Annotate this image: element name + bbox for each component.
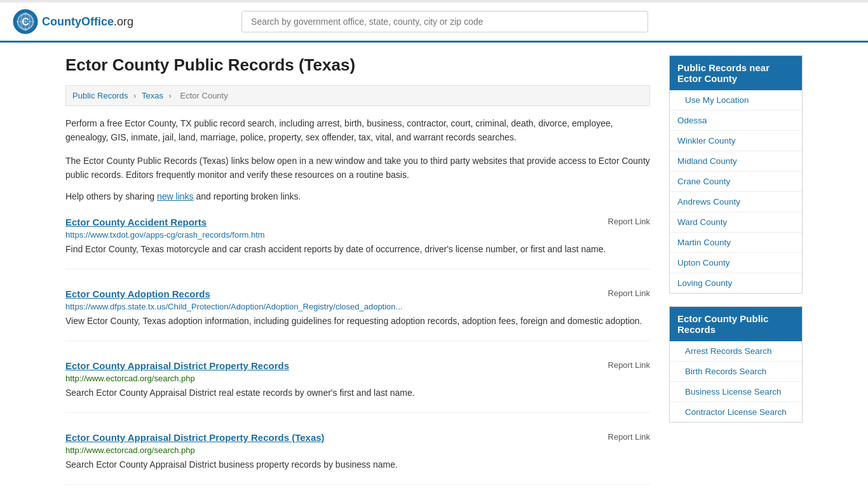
nearby-list-item: Crane County [670,172,802,192]
new-links-link[interactable]: new links [157,191,194,201]
breadcrumb-public-records[interactable]: Public Records [72,91,128,100]
record-header: Ector County Appraisal District Property… [65,432,650,443]
main-layout: Ector County Public Records (Texas) Publ… [53,43,815,488]
nearby-section-title: Public Records near Ector County [670,56,802,90]
record-description: Search Ector County Appraisal District b… [65,458,650,471]
breadcrumb: Public Records › Texas › Ector County [65,85,650,106]
help-text-after: and reporting broken links. [196,191,301,201]
record-entry: Ector County Appraisal District Property… [65,432,650,485]
nearby-list-item: Andrews County [670,192,802,212]
record-url[interactable]: http://www.ectorcad.org/search.php [65,374,650,383]
ector-list-item: Contractor License Search [670,402,802,422]
record-entry: Ector County Accident Reports Report Lin… [65,217,650,269]
record-description: Search Ector County Appraisal District r… [65,386,650,400]
search-bar [241,11,648,32]
nearby-list-item: Use My Location [670,90,802,111]
report-link[interactable]: Report Link [608,288,650,298]
ector-link[interactable]: Birth Records Search [670,362,802,381]
nearby-link[interactable]: Winkler County [670,131,802,151]
record-url[interactable]: https://www.dfps.state.tx.us/Child_Prote… [65,302,650,311]
nearby-list-item: Upton County [670,253,802,273]
record-header: Ector County Adoption Records Report Lin… [65,288,650,299]
nearby-list-item: Winkler County [670,131,802,151]
nearby-list-item: Loving County [670,273,802,293]
report-link[interactable]: Report Link [608,217,650,226]
breadcrumb-ector-county: Ector County [180,91,228,100]
nearby-link[interactable]: Martin County [670,233,802,252]
nearby-link[interactable]: Midland County [670,151,802,171]
intro-paragraph-1: Perform a free Ector County, TX public r… [65,116,650,145]
nearby-list-item: Martin County [670,233,802,253]
ector-section-title: Ector County Public Records [670,307,802,341]
logo-text: CountyOffice.org [42,15,133,29]
record-entry: Ector County Adoption Records Report Lin… [65,288,650,341]
record-title[interactable]: Ector County Appraisal District Property… [65,432,325,443]
search-input[interactable] [241,11,648,32]
breadcrumb-sep1: › [133,91,139,100]
record-title[interactable]: Ector County Appraisal District Property… [65,360,289,371]
intro-paragraph-2: The Ector County Public Records (Texas) … [65,154,650,182]
record-header: Ector County Appraisal District Property… [65,360,650,371]
report-link[interactable]: Report Link [608,360,650,370]
nearby-link[interactable]: Loving County [670,273,802,293]
record-url[interactable]: https://www.txdot.gov/apps-cg/crash_reco… [65,230,650,240]
record-entry: Ector County Appraisal District Property… [65,360,650,413]
nearby-list-item: Odessa [670,111,802,131]
help-text-before: Help others by sharing [65,191,154,201]
record-title[interactable]: Ector County Adoption Records [65,288,210,299]
page-title: Ector County Public Records (Texas) [65,55,650,75]
breadcrumb-texas[interactable]: Texas [142,91,163,100]
nearby-link[interactable]: Ward County [670,212,802,232]
record-description: Find Ector County, Texas motorcycle and … [65,243,650,256]
nearby-section: Public Records near Ector County Use My … [669,55,803,294]
nearby-list-item: Ward County [670,212,802,233]
report-link[interactable]: Report Link [608,432,650,442]
records-container: Ector County Accident Reports Report Lin… [65,217,650,485]
nearby-link[interactable]: Andrews County [670,192,802,212]
record-url[interactable]: http://www.ectorcad.org/search.php [65,445,650,455]
help-paragraph: Help others by sharing new links and rep… [65,191,650,201]
breadcrumb-sep2: › [169,91,174,100]
sidebar: Public Records near Ector County Use My … [669,55,803,488]
logo-link[interactable]: C CountyOffice.org [13,9,133,34]
nearby-link[interactable]: Odessa [670,111,802,130]
content-area: Ector County Public Records (Texas) Publ… [65,55,650,488]
record-header: Ector County Accident Reports Report Lin… [65,217,650,227]
ector-list-item: Business License Search [670,382,802,402]
nearby-link[interactable]: Use My Location [670,90,802,110]
ector-list-item: Birth Records Search [670,362,802,382]
ector-link[interactable]: Arrest Records Search [670,341,802,361]
nearby-list-item: Midland County [670,151,802,172]
nearby-link[interactable]: Upton County [670,253,802,273]
record-title[interactable]: Ector County Accident Reports [65,217,207,227]
logo-icon: C [13,9,38,34]
nearby-link[interactable]: Crane County [670,172,802,191]
ector-link[interactable]: Contractor License Search [670,402,802,422]
ector-list-item: Arrest Records Search [670,341,802,362]
ector-county-list: Arrest Records SearchBirth Records Searc… [670,341,802,422]
ector-link[interactable]: Business License Search [670,382,802,402]
record-description: View Ector County, Texas adoption inform… [65,315,650,328]
nearby-list: Use My LocationOdessaWinkler CountyMidla… [670,90,802,293]
header: C CountyOffice.org [0,3,868,43]
ector-section: Ector County Public Records Arrest Recor… [669,306,803,423]
